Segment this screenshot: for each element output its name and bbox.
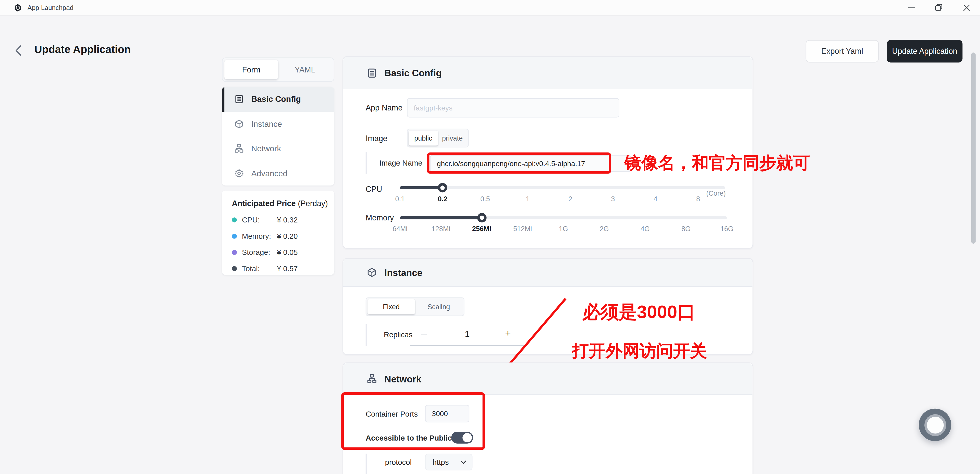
app-launchpad-window: App Launchpad Update Application Export … bbox=[0, 0, 980, 474]
cpu-slider-ticks: 0.1 0.2 0.5 1 2 3 4 8 bbox=[400, 195, 698, 204]
document-icon bbox=[367, 68, 377, 78]
image-name-input[interactable]: ghcr.io/songquanpeng/one-api:v0.4.5-alph… bbox=[430, 155, 632, 172]
anticipated-price-card: Anticipated Price (Perday) CPU: ¥ 0.32 M… bbox=[222, 191, 334, 275]
container-ports-input[interactable]: 3000 bbox=[425, 405, 469, 423]
memory-dot bbox=[232, 234, 237, 239]
price-row-cpu: CPU: ¥ 0.32 bbox=[232, 216, 326, 224]
total-dot bbox=[232, 266, 237, 271]
sidebar-item-label: Instance bbox=[251, 119, 282, 129]
image-label: Image bbox=[366, 134, 387, 143]
replicas-minus-button[interactable]: – bbox=[422, 328, 427, 339]
storage-dot bbox=[232, 250, 237, 255]
window-titlebar: App Launchpad bbox=[0, 0, 980, 16]
section-title: Network bbox=[384, 373, 422, 384]
back-button[interactable] bbox=[15, 45, 26, 57]
page-title: Update Application bbox=[35, 44, 131, 56]
gear-icon bbox=[234, 169, 244, 178]
memory-tick[interactable]: 16G bbox=[721, 225, 733, 232]
sidebar-item-network[interactable]: Network bbox=[222, 136, 334, 161]
tab-scaling[interactable]: Scaling bbox=[415, 299, 463, 314]
sidebar-item-advanced[interactable]: Advanced bbox=[222, 161, 334, 186]
memory-tick[interactable]: 64Mi bbox=[393, 225, 407, 232]
protocol-value: https bbox=[426, 458, 449, 466]
image-visibility-tabs: public private bbox=[407, 129, 469, 147]
cpu-tick[interactable]: 4 bbox=[654, 195, 657, 202]
floating-assistant-button[interactable] bbox=[919, 409, 951, 441]
protocol-select[interactable]: https bbox=[425, 453, 473, 471]
accessible-toggle[interactable] bbox=[451, 432, 473, 444]
sidebar-item-label: Basic Config bbox=[251, 94, 301, 104]
minimize-icon[interactable] bbox=[897, 0, 925, 15]
memory-tick[interactable]: 128Mi bbox=[431, 225, 450, 232]
memory-tick[interactable]: 8G bbox=[681, 225, 690, 232]
price-value: ¥ 0.32 bbox=[277, 216, 298, 224]
price-value: ¥ 0.05 bbox=[277, 248, 298, 257]
sidebar-item-label: Network bbox=[251, 144, 281, 153]
cpu-slider-track[interactable] bbox=[400, 186, 725, 189]
memory-slider-ticks: 64Mi 128Mi 256Mi 512Mi 1G 2G 4G 8G 16G bbox=[400, 225, 727, 234]
assistant-button-core bbox=[927, 416, 943, 433]
app-name-label: App Name bbox=[366, 104, 403, 113]
memory-tick[interactable]: 512Mi bbox=[513, 225, 532, 232]
close-icon[interactable] bbox=[953, 0, 980, 15]
app-logo-icon bbox=[14, 3, 22, 11]
network-icon bbox=[367, 374, 377, 383]
price-label: Memory: bbox=[242, 232, 277, 240]
price-title: Anticipated Price (Perday) bbox=[232, 199, 328, 208]
page-header: Update Application Export Yaml Update Ap… bbox=[0, 15, 980, 56]
app-name-input[interactable]: fastgpt-keys bbox=[407, 98, 619, 117]
restore-icon[interactable] bbox=[925, 0, 953, 15]
memory-slider-fill bbox=[400, 216, 482, 219]
config-nav: Basic Config Instance Network Advanced bbox=[222, 87, 334, 186]
cpu-tick[interactable]: 1 bbox=[526, 195, 530, 202]
tab-yaml[interactable]: YAML bbox=[278, 60, 332, 80]
sidebar-item-label: Advanced bbox=[251, 169, 287, 178]
price-row-total: Total: ¥ 0.57 bbox=[232, 264, 326, 273]
cpu-tick[interactable]: 8 bbox=[696, 195, 700, 202]
sidebar-item-instance[interactable]: Instance bbox=[222, 111, 334, 136]
section-title: Basic Config bbox=[384, 67, 442, 78]
view-mode-tabs: Form YAML bbox=[222, 57, 334, 82]
tab-public[interactable]: public bbox=[409, 130, 438, 146]
price-title-bold: Anticipated Price bbox=[232, 199, 296, 208]
instance-mode-tabs: Fixed Scaling bbox=[366, 297, 465, 316]
cpu-unit-label: (Core) bbox=[706, 189, 725, 197]
tab-form[interactable]: Form bbox=[224, 60, 278, 80]
memory-tick[interactable]: 1G bbox=[559, 225, 568, 232]
memory-slider[interactable]: 64Mi 128Mi 256Mi 512Mi 1G 2G 4G 8G 16G bbox=[400, 211, 727, 236]
cpu-slider-handle[interactable] bbox=[438, 183, 447, 192]
price-value: ¥ 0.57 bbox=[277, 264, 298, 273]
cpu-tick[interactable]: 0.5 bbox=[480, 195, 490, 202]
basic-config-header: Basic Config bbox=[343, 57, 752, 89]
update-application-button[interactable]: Update Application bbox=[887, 40, 963, 62]
memory-tick[interactable]: 4G bbox=[641, 225, 650, 232]
export-yaml-button[interactable]: Export Yaml bbox=[806, 40, 879, 62]
instance-header: Instance bbox=[343, 259, 752, 287]
cpu-tick[interactable]: 0.1 bbox=[395, 195, 405, 202]
container-ports-label: Container Ports bbox=[366, 410, 418, 418]
cube-icon bbox=[234, 119, 244, 129]
replicas-plus-button[interactable]: + bbox=[505, 327, 511, 339]
memory-slider-handle[interactable] bbox=[477, 213, 487, 222]
cpu-dot bbox=[232, 217, 237, 223]
vertical-scrollbar[interactable] bbox=[971, 52, 976, 243]
indent-guide bbox=[366, 152, 367, 174]
tab-private[interactable]: private bbox=[438, 130, 467, 146]
memory-tick[interactable]: 2G bbox=[600, 225, 609, 232]
cpu-tick-selected[interactable]: 0.2 bbox=[438, 195, 447, 202]
cpu-label: CPU bbox=[366, 185, 382, 194]
cube-icon bbox=[367, 267, 377, 277]
network-icon bbox=[234, 144, 244, 153]
price-row-storage: Storage: ¥ 0.05 bbox=[232, 248, 326, 257]
tab-fixed[interactable]: Fixed bbox=[368, 299, 415, 314]
cpu-tick[interactable]: 2 bbox=[568, 195, 572, 202]
cpu-slider[interactable]: 0.1 0.2 0.5 1 2 3 4 8 bbox=[400, 181, 725, 206]
cpu-slider-fill bbox=[400, 186, 442, 189]
memory-tick-selected[interactable]: 256Mi bbox=[472, 225, 491, 232]
cpu-tick[interactable]: 3 bbox=[611, 195, 615, 202]
price-row-memory: Memory: ¥ 0.20 bbox=[232, 232, 326, 240]
sidebar-item-basic-config[interactable]: Basic Config bbox=[222, 87, 334, 111]
price-label: Total: bbox=[242, 264, 277, 273]
window-title: App Launchpad bbox=[27, 4, 73, 11]
replicas-label: Replicas bbox=[384, 331, 413, 339]
